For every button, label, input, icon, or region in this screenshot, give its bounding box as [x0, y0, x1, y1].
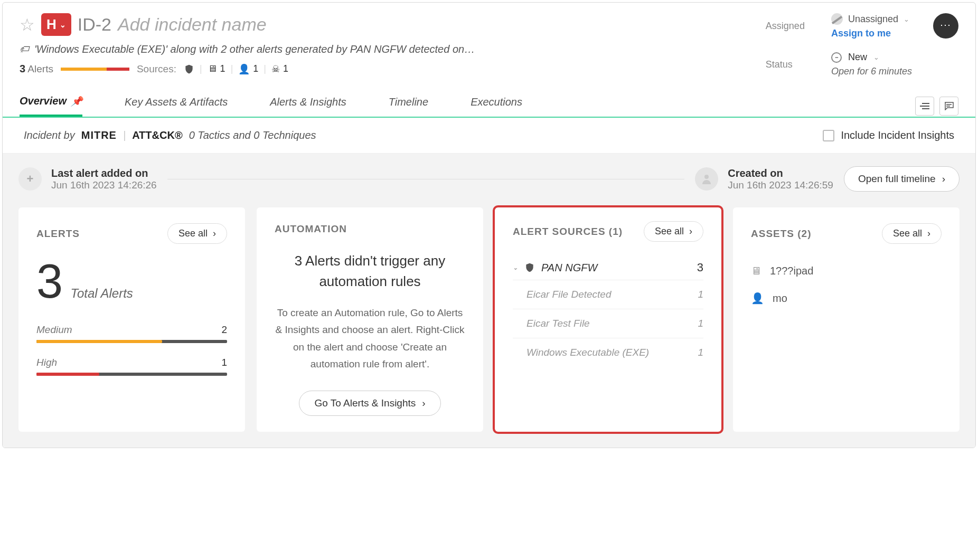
- severity-row: High1: [36, 357, 227, 376]
- overview-body: + Last alert added on Jun 16th 2023 14:2…: [3, 154, 975, 448]
- source-child-row[interactable]: Eicar Test File1: [513, 309, 703, 338]
- title-row: ☆ H ⌄ ID-2 Add incident name: [20, 13, 766, 36]
- mitre-stats: 0 Tactics and 0 Techniques: [189, 129, 316, 141]
- incident-name-input[interactable]: Add incident name: [118, 14, 267, 35]
- incident-description: 'Windows Executable (EXE)' along with 2 …: [34, 43, 475, 55]
- assets-card: ASSETS (2) See all › 🖥1???ipad👤mo: [733, 207, 960, 432]
- mitre-bar: Incident by MITRE | ATT&CK® 0 Tactics an…: [3, 118, 975, 154]
- alert-sources-title: ALERT SOURCES (1): [513, 226, 623, 238]
- chevron-right-icon: ›: [942, 173, 945, 185]
- asset-row[interactable]: 👤mo: [751, 284, 942, 312]
- user-icon: 👤: [751, 292, 764, 305]
- add-timeline-entry-button[interactable]: +: [18, 167, 42, 191]
- chevron-right-icon: ›: [927, 228, 930, 239]
- alerts-total: 3 Total Alerts: [36, 258, 227, 305]
- align-right-icon: [920, 102, 929, 110]
- creator-avatar-icon: [695, 167, 718, 191]
- timeline-created: Created on Jun 16th 2023 14:26:59: [695, 167, 833, 191]
- source-child-name: Eicar File Detected: [526, 289, 612, 300]
- header-right: Assigned Unassigned ⌄ Assign to me Statu…: [766, 13, 958, 77]
- tab-overview[interactable]: Overview 📌: [20, 95, 82, 117]
- assigned-dropdown[interactable]: Unassigned ⌄: [831, 13, 912, 25]
- severity-label: Medium: [36, 324, 72, 336]
- chevron-down-icon: ⌄: [904, 15, 909, 23]
- alert-sources-see-all-button[interactable]: See all ›: [644, 221, 703, 242]
- severity-bar: [36, 340, 227, 343]
- attack-logo: ATT&CK®: [132, 129, 182, 141]
- alerts-severity-bar: [61, 68, 129, 71]
- alerts-card-title: ALERTS: [36, 228, 80, 240]
- description-row: 🏷 'Windows Executable (EXE)' along with …: [20, 43, 766, 55]
- asset-name: 1???ipad: [770, 265, 813, 277]
- threat-icon: ☠: [271, 63, 280, 75]
- chevron-right-icon: ›: [213, 228, 216, 239]
- last-alert-label: Last alert added on: [51, 167, 157, 179]
- severity-row: Medium2: [36, 324, 227, 343]
- status-value-block: ••• New ⌄ Open for 6 minutes: [831, 52, 912, 77]
- layout-toggle-button[interactable]: [915, 97, 934, 116]
- favorite-star-icon[interactable]: ☆: [20, 15, 35, 35]
- header-left: ☆ H ⌄ ID-2 Add incident name 🏷 'Windows …: [20, 13, 766, 75]
- automation-headline: 3 Alerts didn't trigger any automation r…: [275, 251, 465, 292]
- svg-point-0: [704, 175, 709, 179]
- chevron-down-icon: ⌄: [513, 264, 518, 271]
- timeline-line: [167, 179, 685, 179]
- shield-icon: [524, 262, 535, 273]
- meta-grid: Assigned Unassigned ⌄ Assign to me Statu…: [766, 13, 912, 77]
- tab-alerts-insights[interactable]: Alerts & Insights: [270, 96, 346, 116]
- alerts-summary-row: 3 Alerts Sources: | 🖥1 | 👤1 | ☠1: [20, 63, 766, 75]
- chevron-down-icon: ⌄: [873, 53, 879, 61]
- comments-button[interactable]: [939, 97, 958, 116]
- assets-see-all-button[interactable]: See all ›: [882, 223, 942, 244]
- alerts-see-all-button[interactable]: See all ›: [167, 223, 227, 244]
- user-icon: 👤: [238, 63, 250, 75]
- asset-name: mo: [773, 292, 787, 305]
- timeline-summary-row: + Last alert added on Jun 16th 2023 14:2…: [18, 166, 960, 192]
- mitre-logo: MITRE: [81, 129, 117, 141]
- severity-badge[interactable]: H ⌄: [41, 13, 71, 36]
- assets-card-title: ASSETS (2): [751, 228, 812, 240]
- asset-row[interactable]: 🖥1???ipad: [751, 258, 942, 284]
- source-parent-row[interactable]: ⌄ PAN NGFW 3: [513, 255, 703, 280]
- severity-bar: [36, 373, 227, 376]
- more-actions-button[interactable]: ⋮: [933, 13, 958, 39]
- pin-icon: 📌: [71, 96, 82, 107]
- chevron-right-icon: ›: [422, 397, 425, 409]
- assign-to-me-link[interactable]: Assign to me: [831, 28, 912, 39]
- tab-timeline[interactable]: Timeline: [389, 96, 428, 116]
- assigned-value: Unassigned ⌄ Assign to me: [831, 13, 912, 39]
- cards-row: ALERTS See all › 3 Total Alerts Medium2 …: [18, 207, 960, 432]
- automation-description: To create an Automation rule, Go to Aler…: [275, 305, 465, 373]
- alert-sources-card: ALERT SOURCES (1) See all › ⌄ PAN NGFW 3…: [495, 207, 721, 432]
- alerts-total-number: 3: [36, 258, 63, 305]
- open-duration: Open for 6 minutes: [831, 66, 912, 77]
- created-label: Created on: [728, 167, 833, 179]
- include-insights-toggle[interactable]: Include Incident Insights: [823, 129, 954, 141]
- sources-counts: | 🖥1 | 👤1 | ☠1: [184, 63, 288, 75]
- source-child-row[interactable]: Windows Executable (EXE)1: [513, 338, 703, 367]
- tab-executions[interactable]: Executions: [471, 96, 522, 116]
- severity-label: High: [36, 357, 57, 368]
- tabs-row: Overview 📌 Key Assets & Artifacts Alerts…: [3, 82, 975, 118]
- mitre-left: Incident by MITRE | ATT&CK® 0 Tactics an…: [24, 129, 316, 141]
- comment-icon: [944, 102, 954, 110]
- source-child-count: 1: [698, 347, 703, 358]
- timeline-last-alert: + Last alert added on Jun 16th 2023 14:2…: [18, 167, 157, 191]
- go-to-alerts-insights-button[interactable]: Go To Alerts & Insights ›: [299, 391, 440, 416]
- chevron-down-icon: ⌄: [60, 21, 66, 29]
- tabs-actions: [915, 97, 958, 116]
- severity-letter: H: [46, 16, 57, 33]
- created-date: Jun 16th 2023 14:26:59: [728, 179, 833, 191]
- source-child-row[interactable]: Eicar File Detected1: [513, 280, 703, 309]
- automation-card-title: AUTOMATION: [275, 223, 465, 235]
- chevron-right-icon: ›: [689, 226, 692, 237]
- tab-key-assets[interactable]: Key Assets & Artifacts: [125, 96, 228, 116]
- incident-id: ID-2: [78, 14, 111, 35]
- shield-icon: [184, 64, 194, 74]
- status-circle-icon: •••: [831, 52, 842, 63]
- status-dropdown[interactable]: ••• New ⌄: [831, 52, 912, 63]
- severity-count: 2: [221, 324, 227, 336]
- status-label: Status: [766, 59, 805, 70]
- alerts-total-label: Total Alerts: [71, 286, 133, 300]
- open-full-timeline-button[interactable]: Open full timeline ›: [844, 166, 960, 192]
